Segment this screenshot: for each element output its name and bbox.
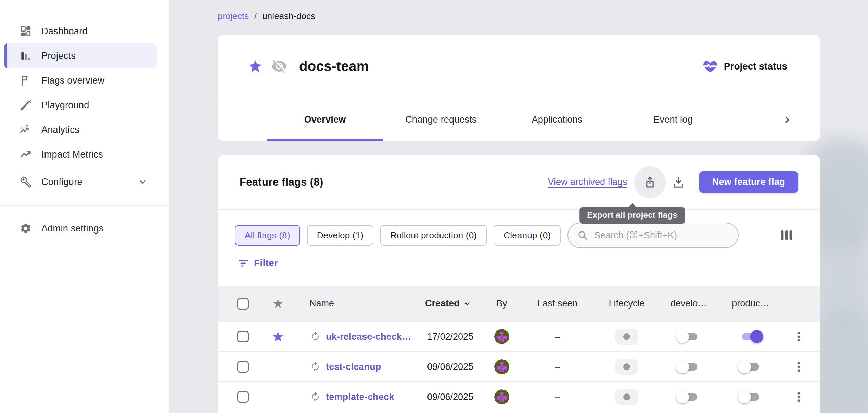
column-header-develop[interactable]: develo… (654, 298, 724, 309)
new-feature-flag-button[interactable]: New feature flag (699, 171, 798, 193)
flag-icon (20, 74, 32, 87)
feature-flags-card: Feature flags (8) View archived flags Ne… (218, 155, 820, 413)
column-header-last-seen[interactable]: Last seen (515, 298, 600, 309)
row-favorite-star-icon[interactable] (272, 330, 284, 343)
sidebar-item-projects[interactable]: Projects (4, 43, 157, 68)
lifecycle-dot-icon (623, 393, 630, 400)
develop-environment-toggle[interactable] (676, 359, 701, 375)
breadcrumb-projects-link[interactable]: projects (218, 11, 249, 22)
created-date: 09/06/2025 (427, 362, 473, 372)
view-archived-flags-link[interactable]: View archived flags (548, 177, 627, 187)
tabs-scroll-right-button[interactable] (782, 114, 793, 125)
table-row: template-check 09/06/2025 – (218, 381, 820, 412)
production-environment-toggle[interactable] (738, 328, 763, 345)
wand-icon (20, 99, 32, 111)
created-date: 09/06/2025 (427, 392, 473, 402)
gear-icon (20, 222, 32, 235)
project-card: docs-team Project status OverviewChange … (218, 35, 820, 141)
sidebar-item-playground[interactable]: Playground (4, 93, 157, 117)
flags-header: Feature flags (8) View archived flags Ne… (218, 155, 820, 209)
wrench-icon (20, 176, 32, 188)
develop-environment-toggle[interactable] (676, 389, 701, 405)
favorite-column-header-icon[interactable] (268, 298, 288, 309)
creator-avatar[interactable] (494, 329, 509, 344)
flags-filter-bar: All flags (8)Develop (1)Rollout producti… (218, 223, 820, 248)
import-flags-button[interactable] (666, 166, 690, 198)
sidebar-item-configure[interactable]: Configure (4, 170, 157, 194)
tab-overview[interactable]: Overview (267, 114, 383, 125)
sidebar-divider (0, 205, 169, 206)
export-flags-button[interactable] (634, 166, 666, 198)
created-date: 17/02/2025 (427, 331, 473, 342)
table-row: test-cleanup 09/06/2025 – (218, 351, 820, 381)
search-input[interactable] (594, 230, 731, 241)
flag-name-link[interactable]: uk-release-check… (326, 331, 411, 342)
trending-up-icon (20, 148, 32, 161)
chevron-down-icon (138, 177, 148, 187)
flags-title: Feature flags (8) (240, 176, 323, 188)
app-window: Dashboard Projects Flags overview Playgr… (0, 0, 868, 413)
project-status-label: Project status (724, 61, 787, 72)
projects-icon (20, 50, 32, 62)
row-menu-button[interactable] (792, 390, 806, 404)
project-title: docs-team (299, 59, 369, 74)
sidebar: Dashboard Projects Flags overview Playgr… (0, 0, 169, 413)
row-checkbox[interactable] (237, 331, 249, 342)
chip-all-flags-8[interactable]: All flags (8) (235, 225, 300, 246)
dashboard-icon (20, 25, 32, 37)
project-status-button[interactable]: Project status (703, 59, 787, 74)
creator-avatar[interactable] (494, 389, 509, 404)
project-tabs: OverviewChange requestsApplicationsEvent… (218, 98, 820, 141)
tab-event-log[interactable]: Event log (615, 114, 731, 125)
favorite-star-icon[interactable] (248, 59, 263, 74)
lifecycle-dot-icon (623, 363, 630, 370)
columns-picker-button[interactable] (778, 227, 795, 243)
creator-avatar[interactable] (494, 359, 509, 374)
column-header-created[interactable]: Created (413, 298, 488, 309)
chip-develop-1[interactable]: Develop (1) (307, 225, 374, 246)
filter-button[interactable]: Filter (218, 255, 293, 271)
select-all-checkbox[interactable] (237, 298, 249, 310)
develop-environment-toggle[interactable] (676, 328, 701, 345)
lifecycle-sync-icon (310, 392, 320, 402)
sidebar-item-admin-settings[interactable]: Admin settings (4, 216, 157, 241)
production-environment-toggle[interactable] (738, 359, 763, 375)
chip-rollout-production-0[interactable]: Rollout production (0) (380, 225, 487, 246)
lifecycle-badge[interactable] (615, 389, 638, 405)
sidebar-footer-nav: Admin settings (0, 216, 169, 241)
sidebar-item-analytics[interactable]: Analytics (4, 117, 157, 142)
chip-cleanup-0[interactable]: Cleanup (0) (494, 225, 561, 246)
row-menu-button[interactable] (792, 360, 806, 374)
heart-pulse-icon (703, 59, 718, 74)
column-header-by[interactable]: By (488, 298, 515, 309)
column-header-lifecycle[interactable]: Lifecycle (600, 298, 654, 309)
row-checkbox[interactable] (237, 391, 249, 403)
lifecycle-sync-icon (310, 331, 320, 342)
flag-name-link[interactable]: test-cleanup (326, 362, 381, 372)
production-environment-toggle[interactable] (738, 389, 763, 405)
flag-name-link[interactable]: template-check (326, 392, 394, 402)
flags-divider (218, 209, 820, 210)
row-menu-button[interactable] (792, 330, 806, 343)
last-seen-value: – (555, 392, 560, 402)
project-header: docs-team Project status (218, 35, 820, 98)
sidebar-item-impact-metrics[interactable]: Impact Metrics (4, 142, 157, 167)
row-checkbox[interactable] (237, 361, 249, 373)
breadcrumb-current: unleash-docs (262, 11, 315, 22)
sidebar-item-dashboard[interactable]: Dashboard (4, 19, 157, 43)
lifecycle-badge[interactable] (615, 359, 638, 375)
table-header-row: Name Created By Last seen Lifecycle deve… (218, 286, 820, 321)
tab-change-requests[interactable]: Change requests (383, 114, 499, 125)
search-field[interactable] (567, 223, 739, 248)
flags-table: Name Created By Last seen Lifecycle deve… (218, 286, 820, 412)
eye-off-icon[interactable] (271, 58, 288, 75)
search-icon (577, 230, 588, 241)
column-header-production[interactable]: produc… (724, 298, 778, 309)
last-seen-value: – (555, 362, 560, 372)
lifecycle-badge[interactable] (615, 329, 638, 345)
sort-descending-icon (463, 300, 471, 308)
tab-applications[interactable]: Applications (499, 114, 615, 125)
column-header-name[interactable]: Name (288, 298, 413, 309)
sidebar-item-flags-overview[interactable]: Flags overview (4, 68, 157, 93)
lifecycle-dot-icon (623, 333, 630, 340)
